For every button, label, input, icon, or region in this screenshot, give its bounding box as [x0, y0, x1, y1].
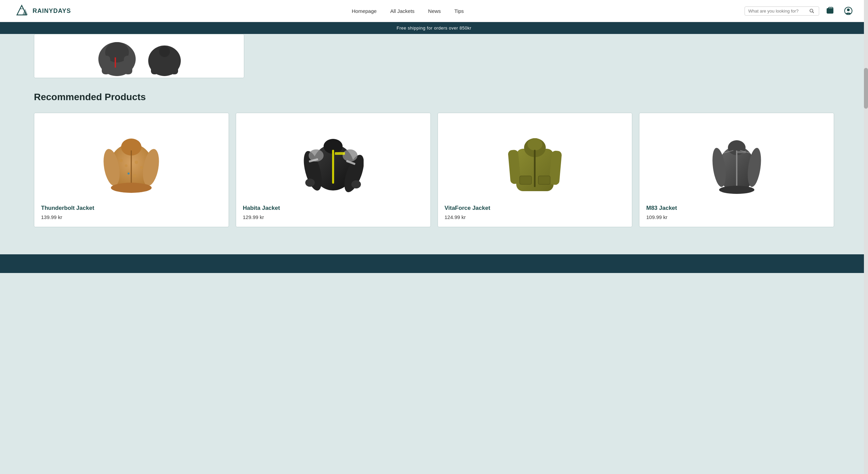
hero-jacket-left	[92, 39, 142, 76]
main-content: Recommended Products	[0, 78, 868, 254]
product-image-m83	[646, 120, 827, 198]
product-image-vitaforce	[445, 120, 625, 198]
svg-point-31	[111, 183, 152, 193]
recommended-section-title: Recommended Products	[34, 92, 834, 103]
brand-name: RAINYDAYS	[33, 7, 71, 15]
product-card-habita[interactable]: Habita Jacket 129.99 kr	[236, 113, 431, 227]
search-bar[interactable]	[745, 6, 819, 16]
habita-jacket-image	[303, 123, 364, 195]
svg-point-29	[133, 174, 136, 178]
search-button[interactable]	[809, 8, 814, 13]
svg-point-25	[125, 164, 128, 167]
svg-rect-12	[124, 56, 132, 74]
svg-rect-50	[520, 176, 532, 184]
svg-marker-1	[22, 9, 28, 15]
product-card-m83[interactable]: M83 Jacket 109.99 kr	[639, 113, 834, 227]
site-header: RAINYDAYS Homepage All Jackets News Tips	[0, 0, 868, 22]
main-nav: Homepage All Jackets News Tips	[71, 8, 745, 14]
search-icon	[809, 8, 814, 13]
product-name-m83: M83 Jacket	[646, 205, 827, 212]
product-name-vitaforce: VitaForce Jacket	[445, 205, 625, 212]
svg-point-3	[810, 9, 813, 12]
svg-line-4	[813, 12, 814, 13]
cart-icon	[826, 6, 835, 15]
svg-point-8	[847, 8, 850, 11]
svg-rect-16	[151, 57, 158, 74]
header-actions	[745, 5, 854, 17]
product-card-vitaforce[interactable]: VitaForce Jacket 124.99 kr	[438, 113, 633, 227]
logo-mountain-icon	[14, 4, 30, 18]
svg-rect-39	[335, 152, 345, 155]
logo[interactable]: RAINYDAYS	[14, 4, 71, 18]
product-name-habita: Habita Jacket	[243, 205, 424, 212]
nav-homepage[interactable]: Homepage	[352, 8, 377, 14]
nav-tips[interactable]: Tips	[455, 8, 464, 14]
search-input[interactable]	[748, 8, 809, 14]
hero-jacket-right	[142, 42, 187, 76]
product-card-thunderbolt[interactable]: Thunderbolt Jacket 139.99 kr	[34, 113, 229, 227]
svg-point-37	[343, 149, 358, 162]
svg-rect-14	[115, 57, 116, 68]
svg-point-27	[140, 166, 143, 169]
product-price-vitaforce: 124.99 kr	[445, 214, 625, 220]
user-button[interactable]	[842, 5, 854, 17]
svg-rect-17	[171, 57, 178, 74]
shipping-banner-text: Free shipping for orders over 850kr	[397, 25, 471, 31]
nav-all-jackets[interactable]: All Jackets	[390, 8, 414, 14]
svg-rect-38	[332, 150, 334, 184]
product-image-habita	[243, 120, 424, 198]
svg-point-43	[351, 180, 361, 188]
svg-rect-51	[538, 176, 550, 184]
svg-point-30	[128, 172, 130, 175]
svg-rect-49	[534, 150, 536, 187]
product-image-thunderbolt	[41, 120, 222, 198]
svg-point-62	[719, 186, 754, 194]
scrollbar-thumb[interactable]	[864, 68, 868, 109]
thunderbolt-jacket-image	[101, 123, 162, 195]
svg-point-13	[111, 43, 123, 55]
svg-rect-53	[552, 154, 553, 184]
m83-jacket-image	[706, 123, 767, 195]
svg-point-26	[135, 161, 138, 164]
shipping-banner: Free shipping for orders over 850kr	[0, 22, 868, 34]
vitaforce-jacket-image	[504, 123, 565, 195]
svg-rect-59	[736, 150, 737, 186]
svg-point-18	[159, 46, 170, 57]
svg-rect-52	[517, 154, 518, 184]
hero-product-card-partial	[34, 34, 244, 78]
cart-button[interactable]	[825, 5, 837, 17]
product-price-m83: 109.99 kr	[646, 214, 827, 220]
user-icon	[844, 6, 853, 15]
svg-rect-11	[102, 56, 110, 74]
nav-news[interactable]: News	[428, 8, 441, 14]
product-price-habita: 129.99 kr	[243, 214, 424, 220]
svg-point-42	[305, 179, 315, 187]
svg-point-24	[119, 159, 123, 162]
product-price-thunderbolt: 139.99 kr	[41, 214, 222, 220]
svg-point-48	[527, 138, 542, 150]
scrollbar-track	[864, 0, 868, 474]
product-name-thunderbolt: Thunderbolt Jacket	[41, 205, 222, 212]
svg-rect-6	[828, 9, 832, 13]
site-footer	[0, 254, 868, 273]
products-grid: Thunderbolt Jacket 139.99 kr	[34, 113, 834, 227]
